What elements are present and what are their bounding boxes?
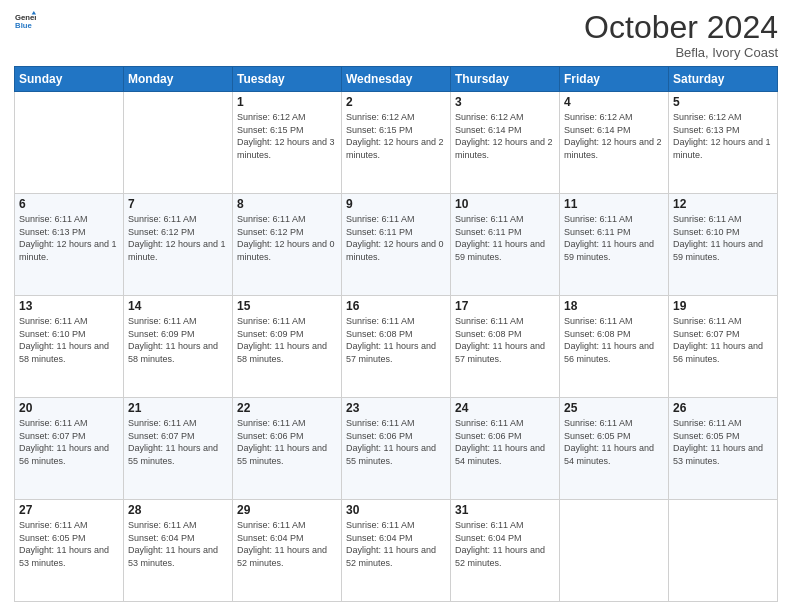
day-number: 27 — [19, 503, 119, 517]
day-info: Sunrise: 6:11 AM Sunset: 6:12 PM Dayligh… — [128, 213, 228, 263]
subtitle: Befla, Ivory Coast — [584, 45, 778, 60]
table-row: 13Sunrise: 6:11 AM Sunset: 6:10 PM Dayli… — [15, 296, 124, 398]
header-row: Sunday Monday Tuesday Wednesday Thursday… — [15, 67, 778, 92]
table-row: 26Sunrise: 6:11 AM Sunset: 6:05 PM Dayli… — [669, 398, 778, 500]
day-number: 3 — [455, 95, 555, 109]
day-number: 31 — [455, 503, 555, 517]
day-info: Sunrise: 6:11 AM Sunset: 6:11 PM Dayligh… — [564, 213, 664, 263]
day-number: 21 — [128, 401, 228, 415]
day-number: 4 — [564, 95, 664, 109]
table-row: 16Sunrise: 6:11 AM Sunset: 6:08 PM Dayli… — [342, 296, 451, 398]
day-number: 1 — [237, 95, 337, 109]
table-row: 2Sunrise: 6:12 AM Sunset: 6:15 PM Daylig… — [342, 92, 451, 194]
col-monday: Monday — [124, 67, 233, 92]
week-row-1: 6Sunrise: 6:11 AM Sunset: 6:13 PM Daylig… — [15, 194, 778, 296]
day-number: 15 — [237, 299, 337, 313]
table-row: 4Sunrise: 6:12 AM Sunset: 6:14 PM Daylig… — [560, 92, 669, 194]
table-row: 31Sunrise: 6:11 AM Sunset: 6:04 PM Dayli… — [451, 500, 560, 602]
day-info: Sunrise: 6:11 AM Sunset: 6:07 PM Dayligh… — [19, 417, 119, 467]
table-row: 27Sunrise: 6:11 AM Sunset: 6:05 PM Dayli… — [15, 500, 124, 602]
table-row: 9Sunrise: 6:11 AM Sunset: 6:11 PM Daylig… — [342, 194, 451, 296]
day-info: Sunrise: 6:11 AM Sunset: 6:05 PM Dayligh… — [673, 417, 773, 467]
day-info: Sunrise: 6:11 AM Sunset: 6:08 PM Dayligh… — [346, 315, 446, 365]
col-wednesday: Wednesday — [342, 67, 451, 92]
day-number: 30 — [346, 503, 446, 517]
week-row-4: 27Sunrise: 6:11 AM Sunset: 6:05 PM Dayli… — [15, 500, 778, 602]
day-info: Sunrise: 6:12 AM Sunset: 6:15 PM Dayligh… — [346, 111, 446, 161]
day-info: Sunrise: 6:11 AM Sunset: 6:09 PM Dayligh… — [237, 315, 337, 365]
header: General Blue October 2024 Befla, Ivory C… — [14, 10, 778, 60]
table-row: 11Sunrise: 6:11 AM Sunset: 6:11 PM Dayli… — [560, 194, 669, 296]
week-row-2: 13Sunrise: 6:11 AM Sunset: 6:10 PM Dayli… — [15, 296, 778, 398]
table-row — [15, 92, 124, 194]
day-number: 19 — [673, 299, 773, 313]
col-thursday: Thursday — [451, 67, 560, 92]
col-tuesday: Tuesday — [233, 67, 342, 92]
table-row: 14Sunrise: 6:11 AM Sunset: 6:09 PM Dayli… — [124, 296, 233, 398]
day-info: Sunrise: 6:11 AM Sunset: 6:09 PM Dayligh… — [128, 315, 228, 365]
table-row: 23Sunrise: 6:11 AM Sunset: 6:06 PM Dayli… — [342, 398, 451, 500]
day-number: 24 — [455, 401, 555, 415]
day-info: Sunrise: 6:11 AM Sunset: 6:06 PM Dayligh… — [346, 417, 446, 467]
logo: General Blue — [14, 10, 36, 32]
day-info: Sunrise: 6:11 AM Sunset: 6:13 PM Dayligh… — [19, 213, 119, 263]
col-friday: Friday — [560, 67, 669, 92]
day-info: Sunrise: 6:11 AM Sunset: 6:06 PM Dayligh… — [237, 417, 337, 467]
day-info: Sunrise: 6:11 AM Sunset: 6:11 PM Dayligh… — [346, 213, 446, 263]
day-number: 16 — [346, 299, 446, 313]
col-sunday: Sunday — [15, 67, 124, 92]
day-number: 11 — [564, 197, 664, 211]
day-info: Sunrise: 6:11 AM Sunset: 6:06 PM Dayligh… — [455, 417, 555, 467]
day-number: 29 — [237, 503, 337, 517]
day-info: Sunrise: 6:11 AM Sunset: 6:05 PM Dayligh… — [19, 519, 119, 569]
table-row — [669, 500, 778, 602]
day-info: Sunrise: 6:11 AM Sunset: 6:05 PM Dayligh… — [564, 417, 664, 467]
table-row: 12Sunrise: 6:11 AM Sunset: 6:10 PM Dayli… — [669, 194, 778, 296]
day-info: Sunrise: 6:11 AM Sunset: 6:10 PM Dayligh… — [19, 315, 119, 365]
table-row: 24Sunrise: 6:11 AM Sunset: 6:06 PM Dayli… — [451, 398, 560, 500]
table-row: 22Sunrise: 6:11 AM Sunset: 6:06 PM Dayli… — [233, 398, 342, 500]
table-row: 30Sunrise: 6:11 AM Sunset: 6:04 PM Dayli… — [342, 500, 451, 602]
week-row-0: 1Sunrise: 6:12 AM Sunset: 6:15 PM Daylig… — [15, 92, 778, 194]
table-row: 3Sunrise: 6:12 AM Sunset: 6:14 PM Daylig… — [451, 92, 560, 194]
day-number: 2 — [346, 95, 446, 109]
day-number: 25 — [564, 401, 664, 415]
day-number: 9 — [346, 197, 446, 211]
title-block: October 2024 Befla, Ivory Coast — [584, 10, 778, 60]
table-row: 8Sunrise: 6:11 AM Sunset: 6:12 PM Daylig… — [233, 194, 342, 296]
table-row: 5Sunrise: 6:12 AM Sunset: 6:13 PM Daylig… — [669, 92, 778, 194]
table-row: 7Sunrise: 6:11 AM Sunset: 6:12 PM Daylig… — [124, 194, 233, 296]
day-number: 20 — [19, 401, 119, 415]
day-info: Sunrise: 6:11 AM Sunset: 6:08 PM Dayligh… — [455, 315, 555, 365]
week-row-3: 20Sunrise: 6:11 AM Sunset: 6:07 PM Dayli… — [15, 398, 778, 500]
day-info: Sunrise: 6:11 AM Sunset: 6:04 PM Dayligh… — [346, 519, 446, 569]
table-row: 18Sunrise: 6:11 AM Sunset: 6:08 PM Dayli… — [560, 296, 669, 398]
calendar-table: Sunday Monday Tuesday Wednesday Thursday… — [14, 66, 778, 602]
day-info: Sunrise: 6:11 AM Sunset: 6:04 PM Dayligh… — [128, 519, 228, 569]
svg-text:Blue: Blue — [15, 21, 32, 30]
day-number: 12 — [673, 197, 773, 211]
day-number: 6 — [19, 197, 119, 211]
day-number: 18 — [564, 299, 664, 313]
day-number: 7 — [128, 197, 228, 211]
day-number: 22 — [237, 401, 337, 415]
logo-icon: General Blue — [14, 10, 36, 32]
day-info: Sunrise: 6:11 AM Sunset: 6:11 PM Dayligh… — [455, 213, 555, 263]
day-info: Sunrise: 6:11 AM Sunset: 6:04 PM Dayligh… — [455, 519, 555, 569]
table-row: 28Sunrise: 6:11 AM Sunset: 6:04 PM Dayli… — [124, 500, 233, 602]
table-row: 20Sunrise: 6:11 AM Sunset: 6:07 PM Dayli… — [15, 398, 124, 500]
day-number: 13 — [19, 299, 119, 313]
day-number: 10 — [455, 197, 555, 211]
day-number: 23 — [346, 401, 446, 415]
day-number: 28 — [128, 503, 228, 517]
table-row: 25Sunrise: 6:11 AM Sunset: 6:05 PM Dayli… — [560, 398, 669, 500]
table-row: 17Sunrise: 6:11 AM Sunset: 6:08 PM Dayli… — [451, 296, 560, 398]
col-saturday: Saturday — [669, 67, 778, 92]
table-row: 19Sunrise: 6:11 AM Sunset: 6:07 PM Dayli… — [669, 296, 778, 398]
day-info: Sunrise: 6:11 AM Sunset: 6:10 PM Dayligh… — [673, 213, 773, 263]
main-title: October 2024 — [584, 10, 778, 45]
day-info: Sunrise: 6:11 AM Sunset: 6:07 PM Dayligh… — [128, 417, 228, 467]
day-info: Sunrise: 6:11 AM Sunset: 6:08 PM Dayligh… — [564, 315, 664, 365]
day-info: Sunrise: 6:11 AM Sunset: 6:04 PM Dayligh… — [237, 519, 337, 569]
day-number: 17 — [455, 299, 555, 313]
